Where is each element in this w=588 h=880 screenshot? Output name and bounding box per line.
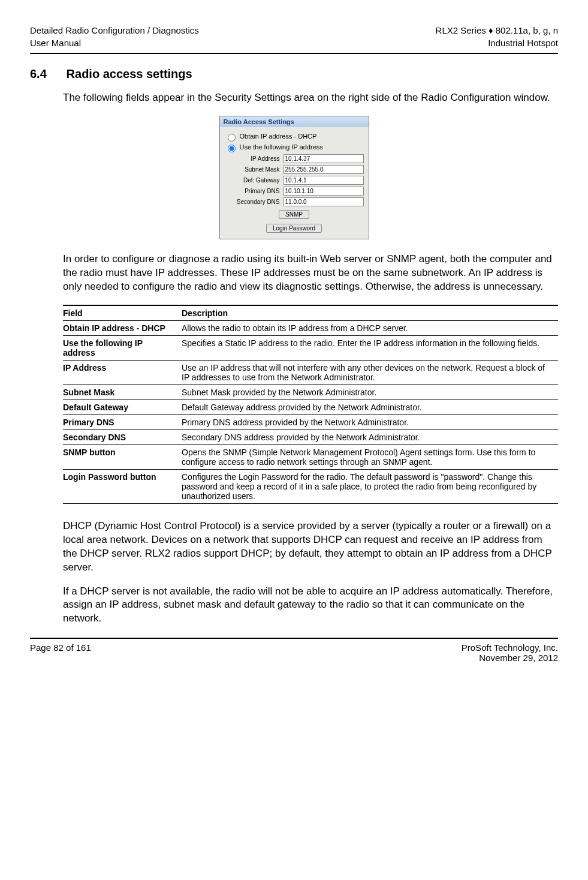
page-header: Detailed Radio Configuration / Diagnosti…	[30, 24, 558, 49]
static-option[interactable]: Use the following IP address	[225, 143, 364, 152]
static-radio[interactable]	[228, 145, 236, 152]
page-footer: Page 82 of 161 ProSoft Technology, Inc. …	[30, 642, 558, 663]
field-description-table: Field Description Obtain IP address - DH…	[63, 305, 558, 504]
panel-title: Radio Access Settings	[220, 116, 369, 127]
radio-access-settings-panel: Radio Access Settings Obtain IP address …	[219, 116, 369, 239]
ip-address-label: IP Address	[225, 155, 284, 162]
primary-dns-label: Primary DNS	[225, 188, 284, 194]
snmp-button[interactable]: SNMP	[279, 210, 309, 219]
table-header-description: Description	[182, 305, 558, 321]
secondary-dns-input[interactable]	[284, 197, 364, 206]
table-row: Secondary DNSSecondary DNS address provi…	[63, 430, 558, 444]
header-right-line2: Industrial Hotspot	[436, 37, 558, 49]
paragraph-3: DHCP (Dynamic Host Control Protocol) is …	[63, 519, 558, 575]
table-header-field: Field	[63, 305, 182, 321]
ip-address-input[interactable]	[284, 154, 364, 163]
section-heading: 6.4 Radio access settings	[30, 67, 558, 81]
gateway-input[interactable]	[284, 176, 364, 185]
dhcp-option[interactable]: Obtain IP address - DHCP	[225, 132, 364, 142]
table-row: IP AddressUse an IP address that will no…	[63, 360, 558, 385]
header-left-line1: Detailed Radio Configuration / Diagnosti…	[30, 24, 199, 37]
subnet-mask-label: Subnet Mask	[225, 166, 284, 173]
header-left-line2: User Manual	[30, 37, 199, 49]
secondary-dns-label: Secondary DNS	[225, 199, 284, 205]
paragraph-4: If a DHCP server is not available, the r…	[63, 585, 558, 626]
table-row: Subnet MaskSubnet Mask provided by the N…	[63, 385, 558, 400]
table-row: Primary DNSPrimary DNS address provided …	[63, 415, 558, 430]
section-title: Radio access settings	[67, 67, 192, 80]
footer-date: November 29, 2012	[462, 653, 558, 663]
table-row: Default GatewayDefault Gateway address p…	[63, 400, 558, 415]
table-row: Obtain IP address - DHCPAllows the radio…	[63, 320, 558, 335]
dhcp-radio[interactable]	[228, 134, 236, 142]
table-row: SNMP buttonOpens the SNMP (Simple Networ…	[63, 444, 558, 469]
primary-dns-input[interactable]	[284, 187, 364, 196]
static-label: Use the following IP address	[240, 143, 323, 151]
header-rule	[30, 53, 558, 54]
table-row: Use the following IP addressSpecifies a …	[63, 335, 558, 360]
subnet-mask-input[interactable]	[284, 165, 364, 174]
footer-rule	[30, 638, 558, 639]
intro-paragraph: The following fields appear in the Secur…	[63, 91, 558, 105]
footer-page: Page 82 of 161	[30, 642, 91, 663]
paragraph-2: In order to configure or diagnose a radi…	[63, 253, 558, 294]
dhcp-label: Obtain IP address - DHCP	[240, 133, 317, 140]
header-right-line1: RLX2 Series ♦ 802.11a, b, g, n	[436, 24, 558, 37]
section-number: 6.4	[30, 67, 63, 81]
login-password-button[interactable]: Login Password	[266, 224, 322, 233]
table-row: Login Password buttonConfigures the Logi…	[63, 469, 558, 503]
footer-company: ProSoft Technology, Inc.	[462, 642, 558, 653]
gateway-label: Def: Gateway	[225, 177, 284, 184]
